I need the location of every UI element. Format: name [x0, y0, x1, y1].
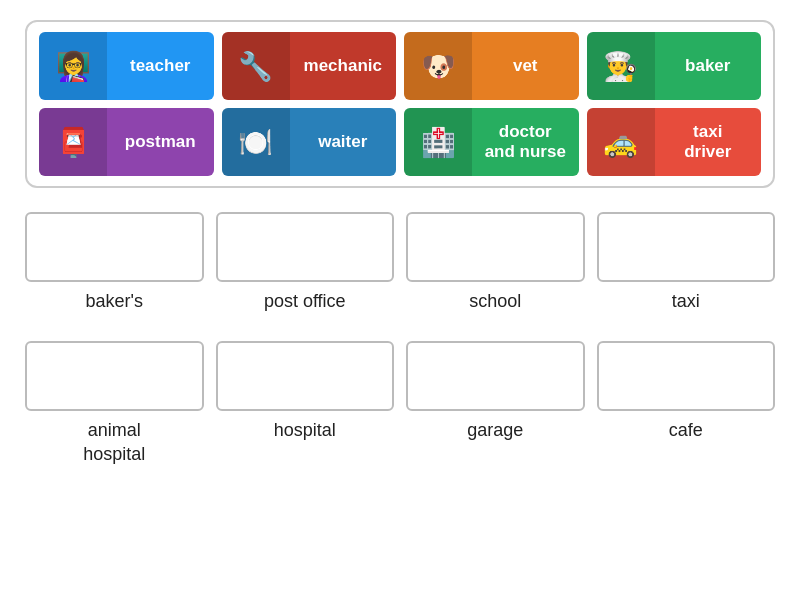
drop-item-hospital: hospital	[216, 341, 395, 466]
card-image-doctor: 🏥	[404, 108, 472, 176]
card-doctor[interactable]: 🏥 doctorand nurse	[404, 108, 579, 176]
drop-box-animalhospital[interactable]	[25, 341, 204, 411]
drop-item-postoffice: post office	[216, 212, 395, 313]
drop-box-bakers[interactable]	[25, 212, 204, 282]
drop-item-cafe: cafe	[597, 341, 776, 466]
drop-section-row1: baker'spost officeschooltaxi	[25, 212, 775, 313]
drop-box-postoffice[interactable]	[216, 212, 395, 282]
drop-box-cafe[interactable]	[597, 341, 776, 411]
drop-label-bakers: baker's	[86, 290, 143, 313]
drop-item-taxi_drop: taxi	[597, 212, 776, 313]
drop-box-hospital[interactable]	[216, 341, 395, 411]
drop-label-hospital: hospital	[274, 419, 336, 442]
card-taxi[interactable]: 🚕 taxidriver	[587, 108, 762, 176]
card-image-waiter: 🍽️	[222, 108, 290, 176]
card-label-taxi: taxidriver	[655, 118, 762, 167]
drop-item-bakers: baker's	[25, 212, 204, 313]
drop-label-school: school	[469, 290, 521, 313]
drop-section-row2: animalhospitalhospitalgaragecafe	[25, 341, 775, 466]
drop-label-cafe: cafe	[669, 419, 703, 442]
card-image-taxi: 🚕	[587, 108, 655, 176]
drop-item-school: school	[406, 212, 585, 313]
card-label-waiter: waiter	[290, 128, 397, 156]
card-baker[interactable]: 👨‍🍳 baker	[587, 32, 762, 100]
card-image-teacher: 👩‍🏫	[39, 32, 107, 100]
card-label-baker: baker	[655, 52, 762, 80]
card-postman[interactable]: 📮 postman	[39, 108, 214, 176]
card-label-vet: vet	[472, 52, 579, 80]
card-label-doctor: doctorand nurse	[472, 118, 579, 167]
drop-item-garage: garage	[406, 341, 585, 466]
drop-label-garage: garage	[467, 419, 523, 442]
card-label-teacher: teacher	[107, 52, 214, 80]
card-image-vet: 🐶	[404, 32, 472, 100]
card-vet[interactable]: 🐶 vet	[404, 32, 579, 100]
drop-item-animalhospital: animalhospital	[25, 341, 204, 466]
drag-area: 👩‍🏫 teacher 🔧 mechanic 🐶 vet 👨‍🍳 baker 📮…	[25, 20, 775, 188]
card-image-baker: 👨‍🍳	[587, 32, 655, 100]
card-mechanic[interactable]: 🔧 mechanic	[222, 32, 397, 100]
drop-box-taxi_drop[interactable]	[597, 212, 776, 282]
drop-label-taxi_drop: taxi	[672, 290, 700, 313]
drop-label-animalhospital: animalhospital	[83, 419, 145, 466]
card-image-postman: 📮	[39, 108, 107, 176]
drop-box-garage[interactable]	[406, 341, 585, 411]
drop-label-postoffice: post office	[264, 290, 346, 313]
card-waiter[interactable]: 🍽️ waiter	[222, 108, 397, 176]
card-image-mechanic: 🔧	[222, 32, 290, 100]
card-label-postman: postman	[107, 128, 214, 156]
card-label-mechanic: mechanic	[290, 52, 397, 80]
drop-box-school[interactable]	[406, 212, 585, 282]
card-teacher[interactable]: 👩‍🏫 teacher	[39, 32, 214, 100]
